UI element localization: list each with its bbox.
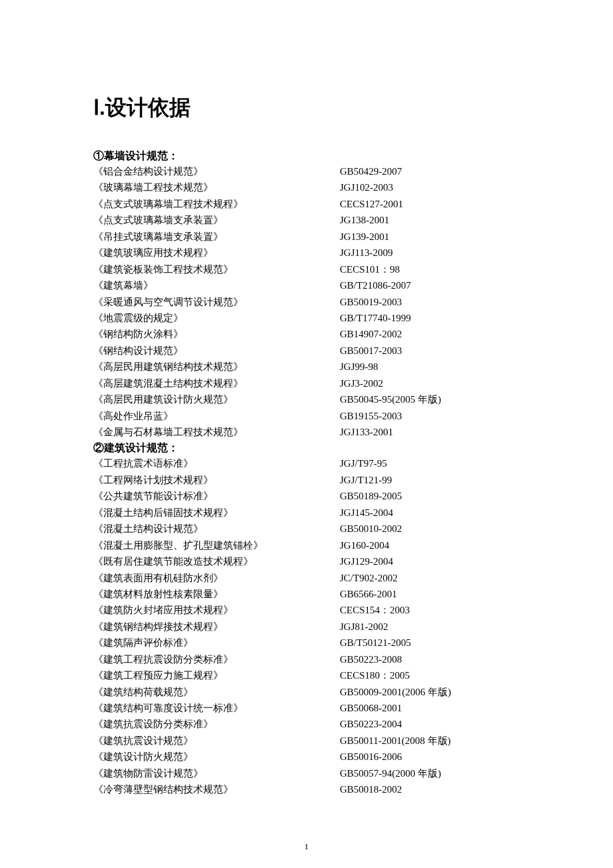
list-item: 《高层民用建筑设计防火规范》GB50045-95(2005 年版)	[93, 391, 526, 407]
list-item: 《建筑物防雷设计规范》GB50057-94(2000 年版)	[93, 765, 526, 781]
standard-name: 《建筑表面用有机硅防水剂》	[93, 570, 340, 586]
standard-name: 《点支式玻璃幕墙支承装置》	[93, 212, 340, 228]
standard-name: 《工程抗震术语标准》	[93, 455, 340, 471]
standard-code: GB50009-2001(2006 年版)	[340, 684, 526, 700]
standard-name: 《建筑设计防火规范》	[93, 749, 340, 765]
standard-code: JG138-2001	[340, 212, 526, 228]
content-area: ①幕墙设计规范：《铝合金结构设计规范》GB50429-2007《玻璃幕墙工程技术…	[93, 149, 526, 798]
list-item: 《混凝土结构设计规范》GB50010-2002	[93, 521, 526, 537]
standard-code: JGJ/T97-95	[340, 455, 526, 471]
standard-name: 《建筑玻璃应用技术规程》	[93, 245, 340, 261]
list-item: 《混凝土用膨胀型、扩孔型建筑锚栓》JG160-2004	[93, 537, 526, 553]
list-item: 《高层建筑混凝土结构技术规程》JGJ3-2002	[93, 375, 526, 391]
list-item: 《采暖通风与空气调节设计规范》GB50019-2003	[93, 294, 526, 310]
standard-name: 《金属与石材幕墙工程技术规范》	[93, 424, 340, 440]
standard-name: 《建筑隔声评价标准》	[93, 635, 340, 651]
standard-code: CECS154：2003	[340, 602, 526, 618]
standard-name: 《建筑物防雷设计规范》	[93, 765, 340, 781]
list-item: 《建筑隔声评价标准》GB/T50121-2005	[93, 635, 526, 651]
standard-name: 《玻璃幕墙工程技术规范》	[93, 179, 340, 195]
standard-name: 《点支式玻璃幕墙工程技术规程》	[93, 196, 340, 212]
standard-code: GB50429-2007	[340, 163, 526, 179]
standard-name: 《混凝土结构设计规范》	[93, 521, 340, 537]
list-item: 《铝合金结构设计规范》GB50429-2007	[93, 163, 526, 179]
standard-name: 《工程网络计划技术规程》	[93, 472, 340, 488]
list-item: 《建筑瓷板装饰工程技术规范》CECS101：98	[93, 261, 526, 277]
standard-code: GB/T50121-2005	[340, 635, 526, 651]
standard-name: 《既有居住建筑节能改造技术规程》	[93, 553, 340, 569]
list-item: 《建筑工程抗震设防分类标准》GB50223-2008	[93, 651, 526, 667]
list-item: 《钢结构防火涂料》GB14907-2002	[93, 326, 526, 342]
standard-code: GB50045-95(2005 年版)	[340, 391, 526, 407]
standard-code: GB50010-2002	[340, 521, 526, 537]
standard-name: 《地震震级的规定》	[93, 310, 340, 326]
standard-name: 《高层民用建筑钢结构技术规范》	[93, 359, 340, 375]
standard-code: GB19155-2003	[340, 408, 526, 424]
standard-code: JC/T902-2002	[340, 570, 526, 586]
list-item: 《吊挂式玻璃幕墙支承装置》JG139-2001	[93, 229, 526, 245]
standard-name: 《建筑抗震设防分类标准》	[93, 716, 340, 732]
standard-name: 《高处作业吊蓝》	[93, 408, 340, 424]
section-header: ①幕墙设计规范：	[93, 149, 526, 163]
standard-code: GB50223-2004	[340, 716, 526, 732]
list-item: 《点支式玻璃幕墙工程技术规程》CECS127-2001	[93, 196, 526, 212]
list-item: 《建筑材料放射性核素限量》GB6566-2001	[93, 586, 526, 602]
standard-code: GB50189-2005	[340, 488, 526, 504]
standard-code: CECS127-2001	[340, 196, 526, 212]
standard-code: JGJ129-2004	[340, 553, 526, 569]
standard-code: CECS101：98	[340, 261, 526, 277]
standard-name: 《建筑防火封堵应用技术规程》	[93, 602, 340, 618]
standard-code: JGJ/T121-99	[340, 472, 526, 488]
list-item: 《建筑工程预应力施工规程》CECS180：2005	[93, 667, 526, 683]
standard-name: 《吊挂式玻璃幕墙支承装置》	[93, 229, 340, 245]
standard-code: GB50017-2003	[340, 343, 526, 359]
standard-name: 《高层民用建筑设计防火规范》	[93, 391, 340, 407]
standard-code: JGJ133-2001	[340, 424, 526, 440]
page-title: Ⅰ.设计依据	[93, 93, 526, 123]
standard-code: GB50018-2002	[340, 781, 526, 797]
list-item: 《建筑表面用有机硅防水剂》JC/T902-2002	[93, 570, 526, 586]
list-item: 《地震震级的规定》GB/T17740-1999	[93, 310, 526, 326]
standard-name: 《高层建筑混凝土结构技术规程》	[93, 375, 340, 391]
standard-code: JGJ102-2003	[340, 179, 526, 195]
standard-code: GB50016-2006	[340, 749, 526, 765]
standard-code: CECS180：2005	[340, 667, 526, 683]
list-item: 《建筑设计防火规范》GB50016-2006	[93, 749, 526, 765]
standard-name: 《建筑工程预应力施工规程》	[93, 667, 340, 683]
list-item: 《建筑幕墙》GB/T21086-2007	[93, 277, 526, 293]
list-item: 《高层民用建筑钢结构技术规范》JGJ99-98	[93, 359, 526, 375]
standard-name: 《冷弯薄壁型钢结构技术规范》	[93, 781, 340, 797]
standard-code: JGJ113-2009	[340, 245, 526, 261]
standard-code: GB6566-2001	[340, 586, 526, 602]
standard-name: 《建筑钢结构焊接技术规程》	[93, 619, 340, 635]
standard-name: 《建筑工程抗震设防分类标准》	[93, 651, 340, 667]
standard-code: JGJ3-2002	[340, 375, 526, 391]
standard-code: GB50057-94(2000 年版)	[340, 765, 526, 781]
standard-code: GB14907-2002	[340, 326, 526, 342]
standard-name: 《建筑结构荷载规范》	[93, 684, 340, 700]
list-item: 《建筑结构荷载规范》GB50009-2001(2006 年版)	[93, 684, 526, 700]
standard-name: 《建筑抗震设计规范》	[93, 733, 340, 749]
standard-code: JG139-2001	[340, 229, 526, 245]
list-item: 《钢结构设计规范》GB50017-2003	[93, 343, 526, 359]
list-item: 《工程抗震术语标准》JGJ/T97-95	[93, 455, 526, 471]
standard-name: 《建筑瓷板装饰工程技术规范》	[93, 261, 340, 277]
section-header: ②建筑设计规范：	[93, 441, 526, 455]
list-item: 《建筑结构可靠度设计统一标准》GB50068-2001	[93, 700, 526, 716]
list-item: 《公共建筑节能设计标准》GB50189-2005	[93, 488, 526, 504]
standard-name: 《混凝土用膨胀型、扩孔型建筑锚栓》	[93, 537, 340, 553]
standard-name: 《钢结构设计规范》	[93, 343, 340, 359]
list-item: 《工程网络计划技术规程》JGJ/T121-99	[93, 472, 526, 488]
list-item: 《高处作业吊蓝》GB19155-2003	[93, 408, 526, 424]
list-item: 《玻璃幕墙工程技术规范》JGJ102-2003	[93, 179, 526, 195]
standard-name: 《铝合金结构设计规范》	[93, 163, 340, 179]
list-item: 《建筑钢结构焊接技术规程》JGJ81-2002	[93, 619, 526, 635]
standard-name: 《采暖通风与空气调节设计规范》	[93, 294, 340, 310]
list-item: 《冷弯薄壁型钢结构技术规范》GB50018-2002	[93, 781, 526, 797]
list-item: 《点支式玻璃幕墙支承装置》JG138-2001	[93, 212, 526, 228]
list-item: 《金属与石材幕墙工程技术规范》JGJ133-2001	[93, 424, 526, 440]
standard-name: 《混凝土结构后锚固技术规程》	[93, 505, 340, 521]
standard-name: 《钢结构防火涂料》	[93, 326, 340, 342]
list-item: 《建筑抗震设防分类标准》GB50223-2004	[93, 716, 526, 732]
standard-code: JGJ99-98	[340, 359, 526, 375]
